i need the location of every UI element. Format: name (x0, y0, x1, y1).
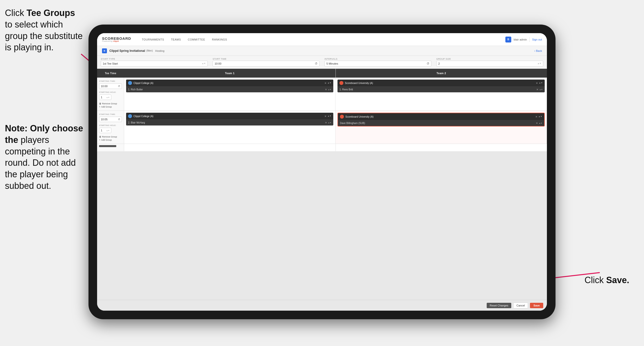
group2-team1-header: Clippd College (A) ✕ ▲▼ (126, 113, 333, 120)
group2-add-group-btn[interactable]: + Add Group (99, 139, 122, 141)
group1-team1-logo (128, 81, 132, 85)
team1-header-cell: Team 1 (124, 69, 336, 78)
tee-time-header: Tee Time (97, 69, 124, 78)
group1-starting-hole-label: STARTING HOLE: (99, 91, 122, 93)
group2-team1-player-remove[interactable]: ✕ (325, 121, 327, 124)
group2-actions: 🗑 Remove Group + Add Group (99, 136, 122, 141)
group2-team1-remove-btn[interactable]: ✕ (324, 115, 326, 118)
group3-tee-partial (97, 144, 124, 151)
group3-team2-partial (336, 144, 547, 151)
group1-team1-player-remove[interactable]: ✕ (325, 88, 327, 91)
trash-icon: 🗑 (99, 102, 101, 105)
group2-time-icon: ⏱ (118, 118, 120, 121)
group2-team2-player-name: Dave Billingham (SUB) (340, 122, 365, 124)
group2-remove-group-btn[interactable]: 🗑 Remove Group (99, 136, 122, 138)
group2-trash-icon: 🗑 (99, 136, 101, 138)
group1-team1-name: Clippd College (A) (134, 82, 323, 84)
group2-hole-arrows: ▲▼ (106, 130, 110, 131)
intervals-input[interactable]: 5 Minutes ⏱ (324, 61, 432, 66)
group1-team2-player-name: 1. Rees Britt (340, 88, 353, 91)
division-badge: (Men) (146, 49, 153, 52)
tournament-title: Clippd Spring Invitational (110, 49, 145, 52)
action-bar: Reset Changes Cancel Save (97, 300, 547, 311)
group1-team2-arrows[interactable]: ▲▼ (539, 82, 543, 84)
group1-starting-time-input[interactable]: 10:00 ⏱ (99, 83, 122, 89)
group1-team1-remove-btn[interactable]: ✕ (324, 82, 326, 84)
team-headers: Team 1 Team 2 (124, 69, 547, 78)
group2-team1-player-row: 2. Blair McHarg ✕ ▲▼ (126, 120, 333, 125)
group1-time-value: 10:00 (101, 85, 108, 88)
group1-remove-group-btn[interactable]: 🗑 Remove Group (99, 102, 122, 105)
group1-team1-controls: ✕ ▲▼ (324, 82, 331, 84)
group1-remove-label: Remove Group (102, 102, 117, 105)
groups-scroll-area[interactable]: STARTING TIME: 10:00 ⏱ STARTING HOLE: 1 … (97, 78, 547, 300)
start-type-field: Start Type 1st Tee Start ▲▼ (101, 58, 208, 66)
group1-starting-time-label: STARTING TIME: (99, 80, 122, 82)
group2-tee-time-cell: STARTING TIME: 10:05 ⏱ STARTING HOLE: 1 … (97, 111, 124, 144)
nav-teams[interactable]: TEAMS (168, 33, 184, 46)
group1-team2-player-row: 1. Rees Britt ✕ ▲▼ (338, 86, 545, 92)
group1-hole-arrows: ▲▼ (106, 96, 110, 98)
group1-team1-header: Clippd College (A) ✕ ▲▼ (126, 79, 333, 86)
group2-row: STARTING TIME: 10:05 ⏱ STARTING HOLE: 1 … (97, 111, 547, 144)
start-time-input[interactable]: 10:00 ⏱ (212, 61, 320, 66)
group2-team2-player-controls: ✕ ▲▼ (536, 122, 542, 124)
group2-team2-remove-btn[interactable]: ✕ (535, 115, 537, 118)
note-text: Note: Only choose the players competing … (5, 123, 84, 192)
group1-team2-name: Scoreboard University (A) (345, 82, 534, 84)
sub-header: B Clippd Spring Invitational (Men) Hosti… (97, 46, 547, 56)
group2-team2-header: Scoreboard University (A) ✕ ▲▼ (338, 113, 544, 120)
save-bold: Save. (606, 275, 629, 285)
nav-rankings[interactable]: RANKINGS (209, 33, 230, 46)
group1-time-icon: ⏱ (118, 85, 120, 87)
group2-starting-time-input[interactable]: 10:05 ⏱ (99, 117, 122, 122)
settings-bar: Start Type 1st Tee Start ▲▼ Start Time 1… (97, 56, 547, 69)
tablet-screen: SCOREBOARD Powered by clippd TOURNAMENTS… (97, 33, 547, 311)
top-nav: SCOREBOARD Powered by clippd TOURNAMENTS… (97, 33, 547, 46)
nav-tournaments[interactable]: TOURNAMENTS (138, 33, 168, 46)
save-button[interactable]: Save (530, 303, 543, 308)
start-type-label: Start Type (101, 58, 208, 60)
group1-team1-player-name: 1. Rich Butler (128, 88, 143, 91)
group3-team1-partial (124, 144, 336, 151)
group2-starting-hole-label: STARTING HOLE: (99, 124, 122, 126)
start-type-input[interactable]: 1st Tee Start ▲▼ (101, 61, 208, 66)
group2-team1-card: Clippd College (A) ✕ ▲▼ 2. Blair McHarg … (126, 113, 333, 125)
group1-team1-cell: Clippd College (A) ✕ ▲▼ 1. Rich Butler ✕ (124, 78, 336, 110)
group1-team2-header: Scoreboard University (A) ✕ ▲▼ (338, 79, 545, 86)
group1-team2-remove-btn[interactable]: ✕ (536, 82, 538, 84)
team2-header-cell: Team 2 (336, 69, 547, 78)
group1-hole-input[interactable]: 1 ▲▼ (99, 94, 111, 100)
divider (530, 37, 530, 42)
group-size-input[interactable]: 2 ▲▼ (436, 61, 543, 66)
sub-header-logo: B (102, 48, 107, 53)
group1-team2-controls: ✕ ▲▼ (536, 82, 543, 84)
group2-team1-arrows[interactable]: ▲▼ (328, 115, 331, 117)
group1-team1-arrows[interactable]: ▲▼ (328, 82, 331, 84)
group1-team1-player-arrows[interactable]: ▲▼ (328, 89, 331, 90)
reset-changes-button[interactable]: Reset Changes (487, 303, 511, 308)
group2-team2-player-remove[interactable]: ✕ (536, 122, 538, 124)
group1-add-label: Add Group (101, 106, 112, 108)
start-time-label: Start Time (212, 58, 320, 60)
group2-team1-name: Clippd College (A) (134, 115, 323, 118)
group2-team1-player-arrows[interactable]: ▲▼ (328, 122, 331, 123)
tee-groups-area: Tee Time Team 1 Team 2 STARTIN (97, 69, 547, 300)
group1-add-group-btn[interactable]: + Add Group (99, 106, 122, 108)
sign-out-link[interactable]: Sign out (532, 38, 542, 41)
group1-team2-card: Scoreboard University (A) ✕ ▲▼ 1. Rees B… (338, 79, 545, 92)
plus-icon: + (99, 106, 100, 108)
group2-team2-player-arrows[interactable]: ▲▼ (539, 122, 542, 124)
group2-team1-logo (128, 114, 132, 118)
group1-team2-cell: Scoreboard University (A) ✕ ▲▼ 1. Rees B… (336, 78, 547, 110)
group1-team2-player-arrows[interactable]: ▲▼ (539, 89, 543, 90)
group1-team2-player-remove[interactable]: ✕ (536, 88, 538, 91)
group-size-value: 2 (438, 62, 440, 65)
group1-team1-card: Clippd College (A) ✕ ▲▼ 1. Rich Butler ✕ (126, 79, 333, 92)
group2-hole-input[interactable]: 1 ▲▼ (99, 128, 111, 133)
group2-team2-name: Scoreboard University (A) (345, 115, 534, 118)
cancel-button[interactable]: Cancel (513, 303, 528, 309)
nav-committee[interactable]: COMMITTEE (184, 33, 209, 46)
back-link[interactable]: ‹ Back (534, 49, 542, 52)
group2-team2-arrows[interactable]: ▲▼ (538, 116, 542, 118)
